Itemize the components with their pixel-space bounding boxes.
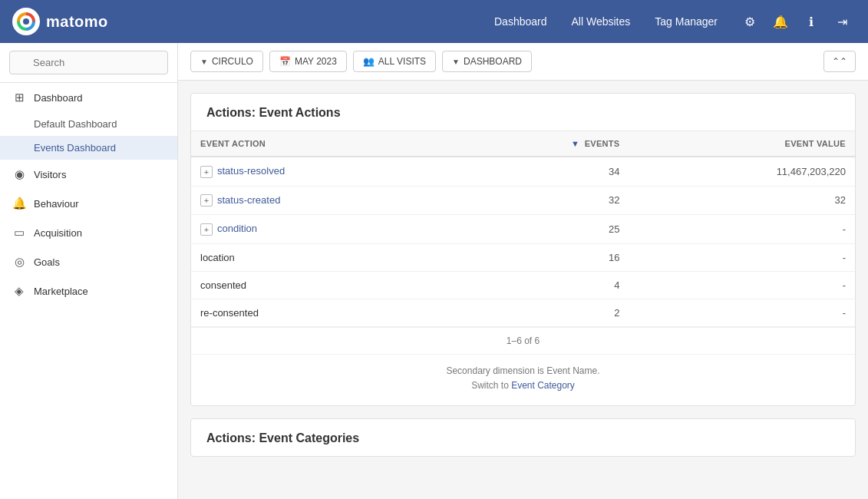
- events-count-cell: 34: [456, 157, 629, 186]
- sidebar-item-marketplace-label: Marketplace: [34, 286, 88, 297]
- bell-icon[interactable]: 🔔: [767, 8, 794, 35]
- nav-dashboard[interactable]: Dashboard: [485, 9, 556, 34]
- info-icon[interactable]: ℹ: [797, 8, 825, 35]
- event-actions-title: Actions: Event Actions: [191, 94, 855, 131]
- expand-icon[interactable]: +: [200, 166, 213, 178]
- sidebar-item-acquisition-label: Acquisition: [34, 227, 82, 239]
- event-categories-title: Actions: Event Categories: [191, 419, 855, 456]
- app-body: 🔍 ⊞ Dashboard Default Dashboard Events D…: [0, 43, 868, 499]
- site-selector-button[interactable]: ▼ CIRCULO: [190, 51, 263, 72]
- segment-icon: 👥: [363, 56, 375, 67]
- signout-icon[interactable]: ⇥: [828, 8, 856, 35]
- segment-selector-button[interactable]: 👥 ALL VISITS: [353, 51, 436, 72]
- behaviour-icon: 🔔: [12, 197, 26, 210]
- note-line2-prefix: Switch to: [471, 380, 511, 391]
- acquisition-icon: ▭: [12, 226, 26, 240]
- gear-icon[interactable]: ⚙: [736, 8, 764, 35]
- site-selector-arrow: ▼: [200, 58, 208, 66]
- event-action-cell: +status-created: [191, 186, 456, 215]
- sidebar-item-visitors[interactable]: ◉ Visitors: [0, 160, 177, 189]
- logo-text: matomo: [46, 13, 108, 31]
- toolbar: ▼ CIRCULO 📅 MAY 2023 👥 ALL VISITS ▼ DASH…: [178, 43, 868, 81]
- event-action-cell: location: [191, 243, 456, 271]
- event-action-label: re-consented: [200, 307, 259, 319]
- event-action-label[interactable]: condition: [217, 223, 257, 234]
- date-selector-button[interactable]: 📅 MAY 2023: [269, 51, 347, 72]
- events-count-cell: 16: [456, 243, 629, 271]
- events-count-cell: 25: [456, 215, 629, 244]
- event-value-cell: -: [629, 243, 855, 271]
- top-navigation: matomo Dashboard All Websites Tag Manage…: [0, 0, 868, 43]
- expand-icon[interactable]: +: [200, 194, 213, 207]
- table-header-row: EVENT ACTION ▼ EVENTS EVENT VALUE: [191, 131, 855, 157]
- calendar-icon: 📅: [279, 56, 291, 67]
- event-action-label[interactable]: status-resolved: [217, 165, 285, 177]
- event-action-cell: +status-resolved: [191, 157, 456, 186]
- event-value-cell: -: [629, 271, 855, 299]
- sidebar-item-marketplace[interactable]: ◈ Marketplace: [0, 276, 177, 306]
- events-count-cell: 4: [456, 271, 629, 299]
- sidebar-item-behaviour-label: Behaviour: [34, 198, 79, 210]
- event-value-cell: 11,467,203,220: [629, 157, 855, 186]
- dashboard-icon: ⊞: [12, 91, 26, 104]
- sidebar-item-goals[interactable]: ◎ Goals: [0, 247, 177, 276]
- table-row: re-consented2-: [191, 299, 855, 326]
- segment-selector-label: ALL VISITS: [378, 56, 426, 67]
- event-categories-section: Actions: Event Categories: [190, 418, 856, 457]
- sidebar-item-goals-label: Goals: [34, 256, 60, 268]
- note-link[interactable]: Event Category: [511, 380, 575, 391]
- sidebar-item-behaviour[interactable]: 🔔 Behaviour: [0, 189, 177, 218]
- table-row: location16-: [191, 243, 855, 271]
- col-events-header[interactable]: ▼ EVENTS: [456, 131, 629, 157]
- col-event-value-header: EVENT VALUE: [629, 131, 855, 157]
- sidebar-item-visitors-label: Visitors: [34, 169, 66, 180]
- table-row: +condition25-: [191, 215, 855, 244]
- table-note: Secondary dimension is Event Name. Switc…: [191, 354, 855, 405]
- nav-all-websites[interactable]: All Websites: [563, 9, 640, 34]
- svg-point-1: [23, 18, 29, 25]
- nav-icons: ⚙ 🔔 ℹ ⇥: [736, 8, 856, 35]
- view-selector-arrow: ▼: [452, 58, 460, 66]
- table-row: +status-created3232: [191, 186, 855, 215]
- sidebar-sub-default-dashboard[interactable]: Default Dashboard: [0, 112, 177, 136]
- site-selector-label: CIRCULO: [212, 56, 253, 67]
- goals-icon: ◎: [12, 255, 26, 269]
- event-value-cell: -: [629, 215, 855, 244]
- nav-tag-manager[interactable]: Tag Manager: [645, 9, 727, 34]
- event-action-cell: consented: [191, 271, 456, 299]
- event-actions-table: EVENT ACTION ▼ EVENTS EVENT VALUE +statu…: [191, 131, 855, 327]
- event-action-label: location: [200, 252, 235, 263]
- event-value-cell: 32: [629, 186, 855, 215]
- event-actions-section: Actions: Event Actions EVENT ACTION ▼ EV…: [190, 93, 856, 406]
- nav-links: Dashboard All Websites Tag Manager: [485, 9, 727, 34]
- table-row: consented4-: [191, 271, 855, 299]
- visitors-icon: ◉: [12, 167, 26, 181]
- view-selector-label: DASHBOARD: [464, 56, 522, 67]
- sidebar-sub-events-dashboard[interactable]: Events Dashboard: [0, 136, 177, 160]
- date-selector-label: MAY 2023: [295, 56, 337, 67]
- events-count-cell: 2: [456, 299, 629, 326]
- events-count-cell: 32: [456, 186, 629, 215]
- event-action-label: consented: [200, 279, 246, 291]
- table-row: +status-resolved3411,467,203,220: [191, 157, 855, 186]
- search-wrap: 🔍: [9, 51, 168, 74]
- expand-icon[interactable]: +: [200, 223, 213, 236]
- sidebar-nav: ⊞ Dashboard Default Dashboard Events Das…: [0, 83, 177, 499]
- logo-area: matomo: [12, 8, 485, 35]
- search-input[interactable]: [9, 51, 168, 74]
- event-action-cell: +condition: [191, 215, 456, 244]
- event-action-cell: re-consented: [191, 299, 456, 326]
- marketplace-icon: ◈: [12, 284, 26, 298]
- main-content: ▼ CIRCULO 📅 MAY 2023 👥 ALL VISITS ▼ DASH…: [178, 43, 868, 499]
- note-line1: Secondary dimension is Event Name.: [446, 365, 599, 376]
- toolbar-collapse-button[interactable]: ⌃⌃: [823, 51, 856, 72]
- event-value-cell: -: [629, 299, 855, 326]
- logo-icon: [12, 8, 40, 35]
- table-pagination: 1–6 of 6: [191, 327, 855, 354]
- sidebar-item-dashboard[interactable]: ⊞ Dashboard: [0, 83, 177, 112]
- event-action-label[interactable]: status-created: [217, 194, 280, 206]
- view-selector-button[interactable]: ▼ DASHBOARD: [442, 51, 532, 72]
- sidebar-item-dashboard-label: Dashboard: [34, 92, 83, 104]
- sort-icon: ▼: [571, 139, 579, 148]
- sidebar-item-acquisition[interactable]: ▭ Acquisition: [0, 218, 177, 247]
